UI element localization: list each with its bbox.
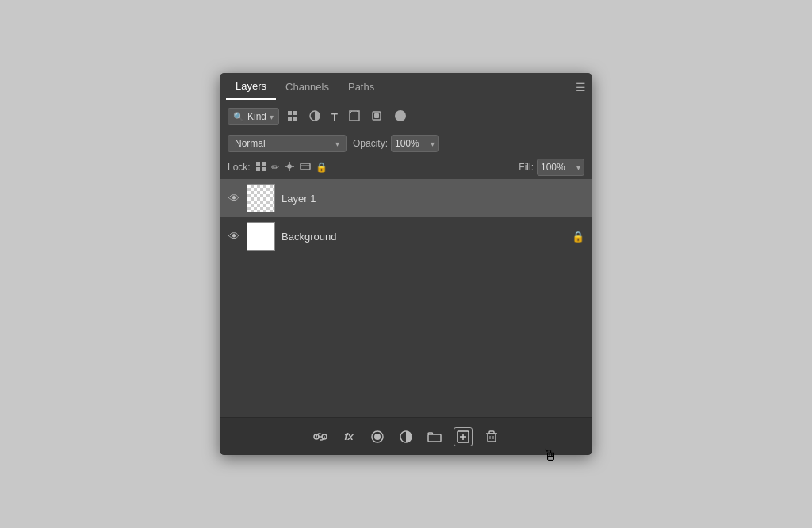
pixel-filter-icon[interactable]	[284, 109, 301, 125]
svg-rect-3	[293, 117, 297, 121]
fill-group: Fill: 100% ▾	[519, 159, 584, 176]
blend-mode-value: Normal	[235, 138, 266, 149]
group-layers-button[interactable]	[425, 427, 444, 446]
lock-transparency-icon[interactable]	[255, 161, 266, 174]
adjustment-filter-icon[interactable]	[306, 109, 324, 125]
svg-rect-9	[374, 113, 379, 118]
layers-panel: Layers Channels Paths ☰ 🔍 Kind ▾ T	[220, 73, 592, 455]
smartobject-filter-icon[interactable]	[368, 109, 385, 125]
layer-locked-icon-background: 🔒	[572, 231, 584, 243]
svg-point-22	[374, 434, 381, 440]
svg-rect-24	[428, 434, 441, 442]
layer-name-background: Background	[282, 231, 565, 243]
visibility-icon-background[interactable]: 👁	[228, 230, 240, 243]
opacity-label: Opacity:	[353, 138, 388, 149]
fill-chevron-icon: ▾	[576, 163, 580, 172]
add-mask-button[interactable]	[368, 427, 387, 446]
layer-name-layer1: Layer 1	[282, 193, 584, 205]
svg-rect-11	[262, 162, 266, 166]
blend-mode-select[interactable]: Normal ▾	[228, 135, 347, 152]
fill-label: Fill:	[519, 162, 534, 173]
layer-item-layer1[interactable]: 👁 Layer 1	[220, 179, 592, 217]
svg-rect-2	[288, 117, 292, 121]
tab-bar: Layers Channels Paths ☰	[220, 73, 592, 101]
svg-rect-13	[262, 167, 266, 171]
layer-thumb-layer1	[247, 184, 275, 212]
type-filter-icon[interactable]: T	[328, 109, 341, 124]
lock-paintbrush-icon[interactable]: ✏	[271, 162, 279, 173]
kind-chevron-icon: ▾	[270, 113, 274, 121]
svg-rect-1	[293, 111, 297, 115]
link-layers-button[interactable]	[311, 427, 330, 446]
svg-rect-0	[288, 111, 292, 115]
lock-row: Lock: ✏ 🔒 Fill:	[220, 155, 592, 179]
lock-label: Lock:	[228, 162, 251, 173]
svg-rect-17	[301, 163, 310, 170]
visibility-icon-layer1[interactable]: 👁	[228, 192, 240, 205]
kind-label: Kind	[247, 111, 266, 122]
search-icon: 🔍	[233, 112, 244, 122]
tab-layers[interactable]: Layers	[226, 74, 276, 100]
panel-menu-icon[interactable]: ☰	[576, 81, 586, 94]
kind-select[interactable]: 🔍 Kind ▾	[228, 108, 279, 125]
lock-all-icon[interactable]: 🔒	[316, 162, 327, 173]
shape-filter-icon[interactable]	[346, 109, 363, 125]
opacity-group: Opacity: 100% ▾	[353, 135, 439, 152]
layers-list: 👁 Layer 1 👁 Background 🔒	[220, 179, 592, 417]
layer-effects-button[interactable]: fx	[339, 427, 358, 446]
fill-input[interactable]: 100% ▾	[537, 159, 584, 176]
blend-chevron-icon: ▾	[335, 140, 339, 148]
blend-row: Normal ▾ Opacity: 100% ▾	[220, 132, 592, 155]
adjustment-layer-button[interactable]	[396, 427, 416, 446]
filter-dot	[395, 110, 406, 121]
fill-value: 100%	[541, 162, 565, 173]
tab-paths[interactable]: Paths	[339, 75, 384, 99]
filter-toggle-icon[interactable]	[392, 109, 409, 125]
lock-artboard-icon[interactable]	[300, 161, 311, 174]
fx-label: fx	[344, 430, 354, 442]
svg-rect-10	[256, 162, 260, 166]
opacity-input[interactable]: 100% ▾	[391, 135, 439, 152]
svg-rect-12	[256, 167, 260, 171]
layer-item-background[interactable]: 👁 Background 🔒	[220, 217, 592, 255]
opacity-value: 100%	[395, 138, 419, 149]
delete-layer-button[interactable]	[482, 427, 501, 446]
filter-row: 🔍 Kind ▾ T	[220, 101, 592, 132]
tab-channels[interactable]: Channels	[276, 75, 339, 99]
bottom-toolbar: fx	[220, 417, 592, 455]
lock-position-icon[interactable]	[284, 161, 295, 174]
new-layer-button[interactable]	[454, 427, 473, 446]
layer-thumb-background	[247, 222, 275, 251]
svg-rect-28	[488, 434, 496, 442]
opacity-chevron-icon: ▾	[431, 140, 435, 148]
